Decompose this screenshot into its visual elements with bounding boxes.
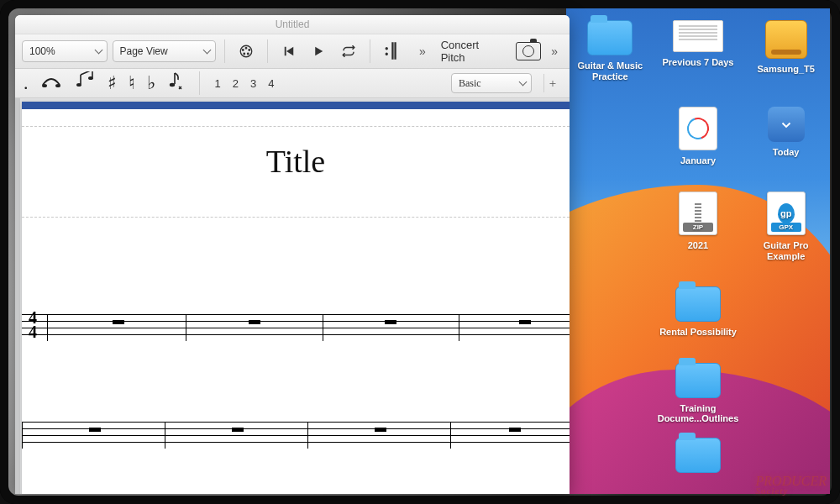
flat-icon[interactable]: ♭ — [147, 72, 155, 94]
score-page[interactable]: Title 44 — [22, 102, 570, 494]
desktop-item-guitar-pro-example[interactable]: gpGPXGuitar Pro Example — [745, 192, 827, 261]
svg-point-10 — [55, 84, 60, 87]
whole-rest-icon[interactable] — [509, 428, 521, 432]
window-titlebar[interactable]: Untitled — [15, 15, 570, 34]
zoom-value: 100% — [29, 45, 55, 57]
slur-icon[interactable] — [74, 71, 96, 95]
desktop-item-label: Guitar Pro Example — [745, 240, 827, 261]
svg-point-3 — [249, 50, 250, 51]
desktop-item-samsung-t5[interactable]: Samsung_T5 — [745, 20, 827, 81]
desktop-item-label: Guitar & Music Practice — [570, 60, 651, 81]
barline — [22, 422, 23, 449]
play-button[interactable] — [306, 39, 331, 63]
overflow-chevron-icon[interactable]: » — [546, 45, 563, 58]
whole-rest-icon[interactable] — [385, 320, 396, 324]
note-input-toolbar: . ♯ ♮ ♭ 1 2 3 4 Basic + — [15, 69, 570, 98]
whole-rest-icon[interactable] — [89, 428, 101, 432]
desktop-item-previous-7-days[interactable]: Previous 7 Days — [658, 20, 739, 81]
sharp-icon[interactable]: ♯ — [108, 72, 117, 94]
svg-point-9 — [42, 84, 47, 87]
folder-icon — [587, 20, 633, 55]
desktop-item-folder-partial[interactable] — [658, 438, 739, 473]
barline — [47, 314, 48, 341]
barline — [307, 422, 308, 449]
barline — [186, 314, 186, 341]
svg-rect-6 — [284, 47, 286, 56]
concert-pitch-toggle[interactable]: Concert Pitch — [436, 39, 512, 64]
main-toolbar: 100% Page View :∥ » Concert Pitch » — [15, 34, 570, 69]
palette-value: Basic — [459, 77, 481, 90]
musescore-window: Untitled 100% Page View :∥ » Concert Pit… — [15, 15, 570, 494]
voice-3-button[interactable]: 3 — [250, 77, 256, 90]
window-title: Untitled — [276, 18, 310, 30]
desktop-item-label: 2021 — [688, 240, 708, 251]
flip-direction-icon[interactable] — [167, 71, 184, 95]
desktop-item-rental-possibility[interactable]: Rental Possibility — [658, 286, 739, 338]
folder-icon — [675, 438, 721, 473]
whole-rest-icon[interactable] — [113, 320, 124, 324]
staff-lines — [22, 422, 570, 449]
voice-4-button[interactable]: 4 — [268, 77, 274, 90]
screenshot-button[interactable] — [516, 39, 541, 63]
augmentation-dot-icon[interactable]: . — [24, 72, 29, 94]
svg-marker-8 — [316, 47, 323, 56]
voice-1-button[interactable]: 1 — [215, 77, 221, 90]
desktop-item-2021-zip[interactable]: ZIP2021 — [658, 192, 739, 261]
rewind-button[interactable] — [276, 39, 302, 63]
desktop-item-label: Samsung_T5 — [757, 64, 814, 75]
score-view[interactable]: Title 44 — [15, 98, 570, 494]
natural-icon[interactable]: ♮ — [129, 72, 135, 94]
file-extension-badge: GPX — [771, 223, 801, 232]
calendar-icon — [679, 107, 717, 150]
document-icon — [673, 20, 723, 52]
barline — [450, 422, 451, 449]
scroll-gutter — [15, 98, 20, 494]
desktop-item-label: Rental Possibility — [659, 327, 737, 338]
macos-desktop[interactable]: Guitar & Music Practice Previous 7 Days … — [566, 8, 830, 494]
voice-2-button[interactable]: 2 — [233, 77, 239, 90]
separator — [199, 71, 200, 95]
whole-rest-icon[interactable] — [519, 320, 531, 324]
desktop-item-guitar-music-practice[interactable]: Guitar & Music Practice — [570, 20, 651, 81]
margin-guide — [22, 126, 570, 127]
zip-file-icon: ZIP — [679, 192, 717, 235]
margin-guide — [22, 217, 570, 218]
file-extension-badge: ZIP — [683, 223, 713, 232]
svg-point-5 — [247, 53, 249, 55]
whole-rest-icon[interactable] — [375, 428, 386, 432]
desktop-item-training-outlines[interactable]: Training Docume...Outlines — [658, 363, 739, 424]
repeat-barline-icon[interactable]: :∥ — [379, 39, 404, 63]
score-title[interactable]: Title — [22, 143, 570, 180]
midi-toggle-button[interactable] — [234, 39, 259, 63]
staff-lines — [22, 314, 570, 341]
palette-select[interactable]: Basic — [451, 73, 532, 93]
separator — [224, 39, 225, 63]
add-palette-button[interactable]: + — [543, 74, 561, 92]
page-accent-band — [22, 102, 570, 109]
whole-rest-icon[interactable] — [232, 428, 244, 432]
svg-marker-7 — [286, 47, 293, 56]
zoom-select[interactable]: 100% — [22, 40, 108, 62]
view-mode-value: Page View — [120, 45, 168, 57]
device-frame: Guitar & Music Practice Previous 7 Days … — [0, 0, 840, 504]
desktop-item-today[interactable]: Today — [745, 107, 827, 166]
loop-button[interactable] — [336, 39, 361, 63]
drive-icon — [765, 20, 807, 59]
camera-icon — [516, 42, 541, 60]
desktop-item-label: Previous 7 Days — [662, 57, 733, 68]
tie-icon[interactable] — [40, 71, 62, 95]
whole-rest-icon[interactable] — [249, 320, 260, 324]
staff-system-1[interactable]: 44 — [22, 306, 570, 351]
overflow-chevron-icon[interactable]: » — [414, 45, 431, 58]
svg-point-2 — [242, 50, 244, 51]
staff-system-2[interactable] — [22, 413, 570, 459]
barline — [459, 314, 459, 341]
gp-mark: gp — [778, 203, 795, 223]
desktop-item-label: January — [680, 155, 716, 166]
folder-icon — [675, 363, 721, 398]
view-mode-select[interactable]: Page View — [113, 40, 216, 62]
separator — [267, 39, 268, 63]
desktop-item-january[interactable]: January — [658, 107, 739, 166]
time-signature[interactable]: 44 — [29, 311, 37, 339]
svg-point-4 — [244, 53, 245, 55]
